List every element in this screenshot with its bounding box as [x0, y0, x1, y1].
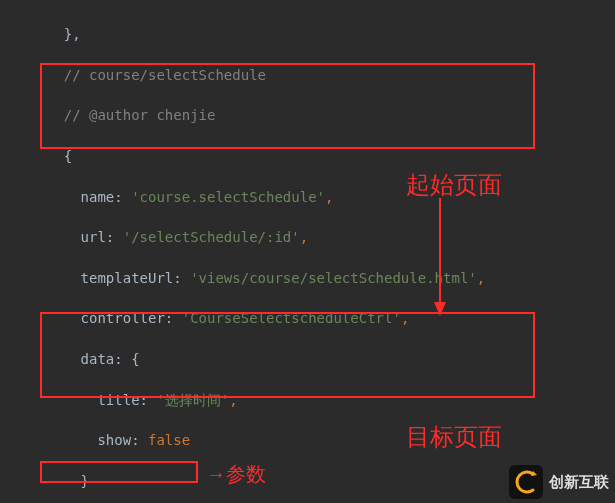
code-line: // course/selectSchedule	[30, 65, 615, 85]
code-line: url: '/selectSchedule/:id',	[30, 227, 615, 247]
code-line: // @author chenjie	[30, 105, 615, 125]
code-line: },	[30, 24, 615, 44]
code-line: show: false	[30, 430, 615, 450]
code-line: {	[30, 146, 615, 166]
code-line: name: 'course.selectSchedule',	[30, 187, 615, 207]
code-line: title: '选择时间',	[30, 390, 615, 410]
code-line: templateUrl: 'views/course/selectSchedul…	[30, 268, 615, 288]
code-line: controller: 'CourseSelectscheduleCtrl',	[30, 308, 615, 328]
code-line: data: {	[30, 349, 615, 369]
code-editor[interactable]: }, // course/selectSchedule // @author c…	[0, 0, 615, 503]
code-line: }	[30, 471, 615, 491]
